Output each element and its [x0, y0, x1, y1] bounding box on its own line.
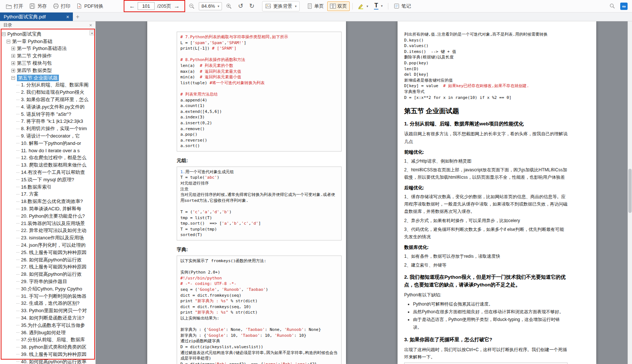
- search-button[interactable]: [607, 1, 618, 11]
- toc-item-label: 14.有没有一个工具可以帮助查: [21, 169, 85, 176]
- print-button[interactable]: 打印: [50, 1, 73, 11]
- single-page-button[interactable]: 单页: [304, 1, 326, 11]
- toc-item[interactable]: 9. 请设计一个decorator，它: [0, 132, 95, 140]
- pdf-convert-button[interactable]: PDF转换: [74, 1, 106, 11]
- tree-connector: [16, 129, 20, 129]
- toc-item[interactable]: 第二节 文件操作: [0, 52, 95, 60]
- toc-item[interactable]: 39. 线上服务可能因为种种原因: [0, 351, 95, 358]
- toc-item[interactable]: 12. 你在爬虫过程中，都是怎么: [0, 154, 95, 162]
- link-button[interactable]: ∞: [620, 3, 628, 10]
- code-line: len(D): [404, 66, 568, 72]
- code-line: 通过zip函数构建字典: [180, 338, 338, 344]
- new-tab-button[interactable]: +: [73, 13, 82, 21]
- toc-item[interactable]: 31. 手写一个判断时间的装饰器: [0, 293, 95, 300]
- toc-item[interactable]: 34. 如何判断是函数还是方法?: [0, 314, 95, 322]
- toc-item[interactable]: 40. 如何提高python的运行效率: [0, 358, 95, 364]
- redo-button[interactable]: ↻: [247, 3, 257, 9]
- toc-item[interactable]: 26. 如何提高python的运行效: [0, 256, 95, 264]
- toc-item[interactable]: 30.介绍Cython, Pypy Cpytho: [0, 285, 95, 293]
- tree-connector: [16, 231, 20, 231]
- toc-item[interactable]: 第五节 企业面试题: [0, 74, 95, 82]
- toc-item[interactable]: 28. 如何提高python的运行效: [0, 271, 95, 278]
- page-number-input[interactable]: [138, 2, 155, 10]
- expand-icon[interactable]: [11, 47, 15, 50]
- zoom-in-button[interactable]: [223, 1, 235, 11]
- paragraph: Python有以下缺陷:: [404, 291, 568, 299]
- toc-item[interactable]: 10. 解释一下python的and-or: [0, 140, 95, 147]
- toc-item[interactable]: Python面试宝典: [0, 31, 95, 38]
- toc-item[interactable]: 7. 将字符串 "k:1 |k1:2|k2:3|k3: [0, 118, 95, 125]
- toc-item[interactable]: 32. 生成器，迭代器的区别?: [0, 300, 95, 307]
- tab-python-interview-pdf[interactable]: Python面试宝典.pdf ×: [0, 13, 73, 21]
- scroll-up-icon[interactable]: ▲: [89, 30, 95, 35]
- code-line: a.insert(0,2): [180, 120, 338, 126]
- save-as-button[interactable]: 另存: [27, 1, 49, 11]
- toc-item[interactable]: 17. 方案: [0, 191, 95, 198]
- expand-icon[interactable]: [11, 61, 15, 65]
- pdf-page-left: # 7.Python的列表的截取与字符串操作类型相同,如下所示L = ['spa…: [147, 21, 346, 364]
- toc-item[interactable]: 第一章 Python基础: [0, 38, 95, 45]
- double-page-button[interactable]: 双页: [327, 1, 350, 11]
- zoom-level-select[interactable]: 84.6% ▾: [199, 2, 222, 10]
- tree-connector: [16, 216, 20, 216]
- chevron-down-icon: ▾: [218, 4, 219, 8]
- toc-item[interactable]: 35.为什么函数名字可以当做参: [0, 322, 95, 329]
- toc-item[interactable]: 3. 如果你困在了死循环里，怎么: [0, 96, 95, 103]
- toc-item[interactable]: 1. 分别从前端、后端、数据库阐: [0, 82, 95, 89]
- toc-item[interactable]: 38. python新式类和经典类的区: [0, 343, 95, 351]
- toc-item[interactable]: 27. 线上服务可能因为种种原因: [0, 264, 95, 271]
- collapse-icon[interactable]: [7, 40, 10, 43]
- vertical-scrollbar[interactable]: [628, 21, 632, 364]
- next-page-button[interactable]: →: [174, 3, 180, 9]
- open-button[interactable]: 打开: [3, 1, 26, 11]
- toc-item[interactable]: 19. 简单谈谈ACID, 并解释每: [0, 205, 95, 213]
- toc-item[interactable]: 33. Python里面如何拷贝一个对: [0, 307, 95, 314]
- note-button[interactable]: 笔记: [391, 1, 414, 11]
- section-heading: 第五节 企业面试题: [404, 107, 568, 115]
- toc-item[interactable]: 22. 异常处理写法以及如何主动: [0, 227, 95, 235]
- toc-item[interactable]: 20. Python的主要功能是什么?: [0, 213, 95, 220]
- toc-item[interactable]: 5. 请反转字符串 "aStr"?: [0, 111, 95, 118]
- toc-item[interactable]: 25. 线上服务可能因为种种原因: [0, 249, 95, 256]
- toc-item[interactable]: 37.分别从前端、后端、数据库: [0, 336, 95, 343]
- undo-button[interactable]: ↺: [236, 3, 246, 9]
- toc-item-label: 40. 如何提高python的运行效率: [21, 358, 86, 364]
- scrollbar-thumb[interactable]: [628, 169, 632, 213]
- toc-item-label: 9. 请设计一个decorator，它: [21, 133, 80, 139]
- toc-item[interactable]: 29. 字符串的操作题目: [0, 278, 95, 285]
- toc-item[interactable]: 36. 遇到bug如何处理: [0, 329, 95, 336]
- toc-item-label: 19. 简单谈谈ACID, 并解释每: [21, 206, 81, 212]
- code-line: seq = ('Google', 'Runoob', 'Taobao'): [180, 287, 338, 293]
- toc-item[interactable]: 4. 请谈谈.pyc文件和.py文件的: [0, 103, 95, 111]
- toc-item[interactable]: 18.数据库怎么优化查询效率?: [0, 198, 95, 205]
- toc-item[interactable]: 8. 利用切片操作，实现一个trim: [0, 125, 95, 132]
- tree-connector: [16, 194, 20, 195]
- toc-item[interactable]: 第一节 Python基础语法: [0, 45, 95, 53]
- toc-item-label: 33. Python里面如何拷贝一个对: [21, 307, 87, 314]
- expand-icon[interactable]: [11, 54, 15, 58]
- toc-item[interactable]: 23. isinstance作用以及应用场: [0, 234, 95, 242]
- toc-item-label: 第四节 数据类型: [17, 67, 52, 74]
- prev-page-button[interactable]: ←: [129, 3, 135, 9]
- collapse-icon[interactable]: [2, 32, 6, 36]
- toc-item[interactable]: 13. 爬取这些数据都用来做什么: [0, 161, 95, 169]
- expand-icon[interactable]: [11, 69, 15, 72]
- toc-item[interactable]: 24. json序列化时，可以处理的: [0, 242, 95, 249]
- text-tool-button[interactable]: T ▾: [371, 1, 385, 11]
- tab-close-icon[interactable]: ×: [66, 14, 69, 20]
- zoom-out-button[interactable]: [186, 1, 197, 11]
- toc-item[interactable]: 15.说一下 mysql 的原理?: [0, 176, 95, 183]
- toc-item[interactable]: 第四节 数据类型: [0, 67, 95, 74]
- toc-item[interactable]: 21.装饰器的写法以及应用场景: [0, 220, 95, 227]
- question-heading: 3. 如果你困在了死循环里，怎么打破它?: [404, 336, 568, 343]
- toc-item[interactable]: 11. how do I iterate over a s: [0, 147, 95, 154]
- highlighter-button[interactable]: ▾: [355, 1, 371, 11]
- toc-item[interactable]: 第三节 模块与包: [0, 60, 95, 67]
- change-background-button[interactable]: 更换背景 ▾: [262, 1, 300, 11]
- toc-item[interactable]: 14.有没有一个工具可以帮助查: [0, 169, 95, 176]
- document-view[interactable]: # 7.Python的列表的截取与字符串操作类型相同,如下所示L = ['spa…: [96, 21, 632, 364]
- sidebar-close-icon[interactable]: ×: [89, 22, 92, 28]
- toc-item[interactable]: 2. 我们都知道现在Python很火: [0, 89, 95, 96]
- collapse-icon[interactable]: [11, 76, 15, 80]
- toc-item[interactable]: 16.数据库索引: [0, 183, 95, 191]
